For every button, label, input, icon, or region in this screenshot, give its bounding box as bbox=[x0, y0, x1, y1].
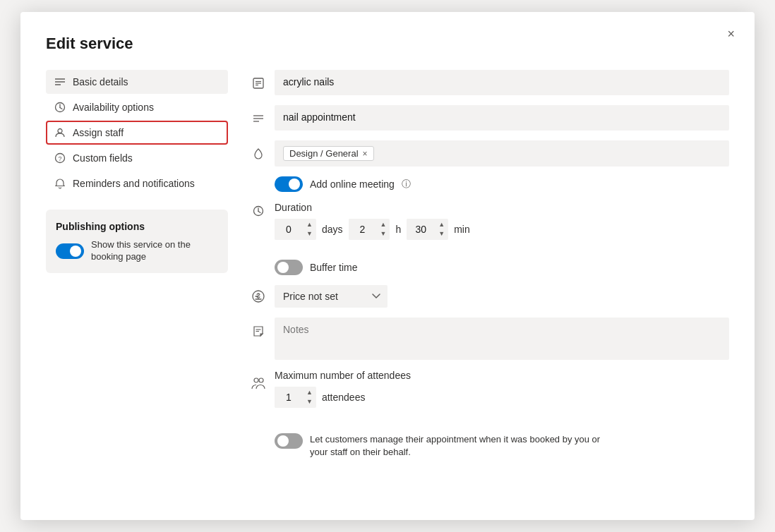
publishing-options-box: Publishing options Show this service on … bbox=[46, 210, 228, 273]
sidebar-item-reminders[interactable]: Reminders and notifications bbox=[46, 171, 228, 195]
buffer-time-toggle[interactable] bbox=[275, 260, 303, 275]
service-name-row bbox=[251, 70, 729, 95]
duration-icon bbox=[251, 205, 266, 217]
price-icon bbox=[251, 289, 266, 303]
online-meeting-row: Add online meeting ⓘ bbox=[275, 176, 729, 192]
sidebar-item-label: Custom fields bbox=[73, 152, 133, 164]
hours-increment-button[interactable]: ▲ bbox=[377, 220, 390, 229]
hours-stepper: ▲ ▼ bbox=[349, 219, 390, 240]
publishing-label: Show this service on the booking page bbox=[91, 239, 218, 263]
reminders-icon bbox=[54, 178, 66, 189]
attendees-row: Maximum number of attendees ▲ ▼ attendee… bbox=[251, 370, 729, 418]
buffer-time-row: Buffer time bbox=[275, 260, 729, 275]
description-input[interactable] bbox=[275, 105, 729, 131]
price-row: Price not set Fixed price Starting at Ho… bbox=[251, 285, 729, 308]
category-tag: Design / General × bbox=[283, 146, 374, 161]
category-tag-label: Design / General bbox=[289, 148, 359, 159]
days-stepper-buttons: ▲ ▼ bbox=[303, 220, 316, 238]
attendees-input-stepper: ▲ ▼ bbox=[275, 387, 316, 408]
days-decrement-button[interactable]: ▼ bbox=[303, 229, 316, 238]
category-remove-button[interactable]: × bbox=[363, 149, 368, 159]
svg-line-5 bbox=[60, 108, 62, 109]
minutes-input[interactable] bbox=[407, 219, 435, 240]
minutes-stepper-buttons: ▲ ▼ bbox=[435, 220, 448, 238]
svg-line-18 bbox=[258, 212, 260, 213]
edit-service-modal: × Edit service Basic details bbox=[20, 12, 755, 520]
minutes-unit: min bbox=[454, 224, 470, 235]
hours-unit: h bbox=[395, 224, 401, 235]
svg-point-23 bbox=[259, 378, 263, 382]
manage-appointment-row: Let customers manage their appointment w… bbox=[275, 433, 729, 459]
description-icon bbox=[251, 112, 266, 125]
notes-icon bbox=[251, 325, 266, 337]
basic-details-icon bbox=[54, 76, 66, 87]
sidebar-item-availability[interactable]: Availability options bbox=[46, 95, 228, 119]
attendees-stepper-buttons: ▲ ▼ bbox=[303, 388, 316, 406]
sidebar-item-assign-staff[interactable]: Assign staff bbox=[46, 121, 228, 145]
online-meeting-toggle[interactable] bbox=[275, 176, 303, 192]
category-field[interactable]: Design / General × bbox=[275, 140, 729, 167]
close-button[interactable]: × bbox=[724, 25, 738, 43]
svg-point-6 bbox=[58, 129, 62, 133]
assign-staff-icon bbox=[54, 127, 66, 138]
sidebar-item-basic-details[interactable]: Basic details bbox=[46, 70, 228, 94]
duration-row: Duration ▲ ▼ days bbox=[251, 202, 729, 250]
manage-appointment-label: Let customers manage their appointment w… bbox=[310, 433, 606, 459]
content-area: Basic details Availability options bbox=[46, 70, 729, 497]
notes-row bbox=[251, 318, 729, 360]
days-stepper: ▲ ▼ bbox=[275, 219, 316, 240]
custom-fields-icon: ? bbox=[54, 152, 66, 164]
form-area: Design / General × Add online meeting ⓘ bbox=[236, 70, 729, 497]
attendees-label: Maximum number of attendees bbox=[275, 370, 411, 381]
service-name-icon bbox=[251, 77, 266, 90]
attendees-input[interactable] bbox=[275, 387, 303, 408]
publishing-toggle[interactable] bbox=[56, 243, 84, 259]
minutes-decrement-button[interactable]: ▼ bbox=[435, 229, 448, 238]
availability-icon bbox=[54, 102, 66, 113]
days-unit: days bbox=[322, 224, 343, 235]
sidebar-item-custom-fields[interactable]: ? Custom fields bbox=[46, 146, 228, 170]
manage-appointment-toggle[interactable] bbox=[275, 433, 303, 449]
publishing-title: Publishing options bbox=[56, 221, 218, 232]
buffer-time-label: Buffer time bbox=[310, 262, 357, 273]
info-icon: ⓘ bbox=[402, 178, 411, 191]
attendees-decrement-button[interactable]: ▼ bbox=[303, 397, 316, 406]
description-row bbox=[251, 105, 729, 131]
sidebar: Basic details Availability options bbox=[46, 70, 236, 497]
minutes-stepper: ▲ ▼ bbox=[407, 219, 448, 240]
category-row: Design / General × bbox=[251, 140, 729, 167]
attendees-icon bbox=[251, 377, 266, 389]
publishing-row: Show this service on the booking page bbox=[56, 239, 218, 263]
attendees-increment-button[interactable]: ▲ bbox=[303, 388, 316, 397]
svg-text:?: ? bbox=[58, 155, 61, 162]
minutes-increment-button[interactable]: ▲ bbox=[435, 220, 448, 229]
sidebar-item-label: Reminders and notifications bbox=[73, 178, 195, 189]
days-increment-button[interactable]: ▲ bbox=[303, 220, 316, 229]
attendees-section: Maximum number of attendees ▲ ▼ attendee… bbox=[275, 370, 411, 408]
duration-inputs: ▲ ▼ days ▲ ▼ h bbox=[275, 219, 470, 240]
duration-label: Duration bbox=[275, 202, 470, 213]
sidebar-item-label: Assign staff bbox=[73, 127, 124, 138]
svg-point-22 bbox=[254, 378, 258, 382]
online-meeting-label: Add online meeting bbox=[310, 179, 395, 190]
notes-input[interactable] bbox=[275, 318, 729, 360]
hours-stepper-buttons: ▲ ▼ bbox=[377, 220, 390, 238]
duration-section: Duration ▲ ▼ days bbox=[275, 202, 470, 240]
attendees-stepper: ▲ ▼ attendees bbox=[275, 387, 411, 408]
service-name-input[interactable] bbox=[275, 70, 729, 95]
hours-decrement-button[interactable]: ▼ bbox=[377, 229, 390, 238]
sidebar-item-label: Availability options bbox=[73, 102, 154, 113]
days-input[interactable] bbox=[275, 219, 303, 240]
category-icon bbox=[251, 147, 266, 160]
price-select[interactable]: Price not set Fixed price Starting at Ho… bbox=[275, 285, 388, 308]
sidebar-item-label: Basic details bbox=[73, 76, 128, 87]
hours-input[interactable] bbox=[349, 219, 377, 240]
modal-title: Edit service bbox=[46, 35, 729, 53]
attendees-unit: attendees bbox=[322, 392, 366, 403]
